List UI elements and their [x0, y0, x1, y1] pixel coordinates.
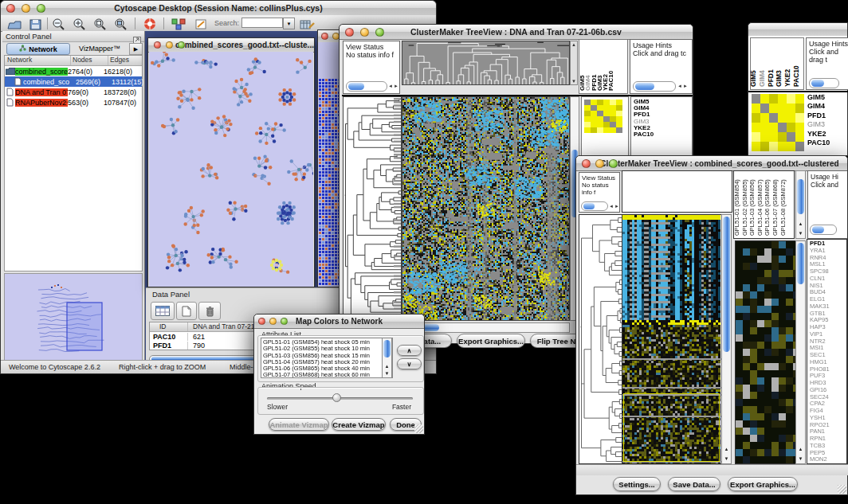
attribute-list-scrollbar[interactable]: ▲ ▼: [382, 338, 392, 378]
zoom-fit-icon[interactable]: [92, 17, 109, 31]
treeview1-titlebar[interactable]: ClusterMaker TreeView : DNA and Tran 07-…: [340, 25, 693, 40]
minimize-button[interactable]: [22, 4, 30, 13]
minimize-button[interactable]: [595, 159, 604, 168]
move-down-button[interactable]: ∨: [397, 358, 422, 369]
id-column-header[interactable]: ID: [150, 322, 188, 331]
tab-vizmapper[interactable]: VizMapper™: [73, 43, 127, 53]
zoom-in-icon[interactable]: [71, 17, 88, 31]
view-status-scrollbar[interactable]: [346, 81, 387, 92]
usage-hints-scrollbar[interactable]: [810, 225, 837, 235]
usage-hints-scrollbar[interactable]: [633, 81, 676, 92]
tv1-heatmap-canvas[interactable]: [402, 96, 570, 321]
column-header-network[interactable]: Network: [5, 56, 71, 65]
gene-label[interactable]: YKE2: [807, 130, 847, 139]
view-status-scrollbar[interactable]: [581, 201, 608, 211]
create-vizmap-button[interactable]: Create Vizmap: [332, 418, 386, 431]
move-up-button[interactable]: ∧: [397, 345, 422, 356]
attribute-editor-icon[interactable]: [297, 17, 316, 31]
close-button[interactable]: [321, 33, 328, 40]
scroll-down-icon[interactable]: ▼: [722, 456, 731, 462]
network-view-titlebar[interactable]: combined_scores_good.txt--cluste...: [148, 38, 314, 53]
tv1-col-dendrogram-canvas[interactable]: [402, 41, 570, 85]
resize-grip[interactable]: [838, 485, 846, 494]
new-attribute-button[interactable]: [176, 302, 197, 320]
save-data-button[interactable]: Save Data...: [668, 477, 720, 491]
scroll-left-icon[interactable]: ◄: [677, 84, 682, 88]
scroll-up-icon[interactable]: ▲: [383, 364, 391, 369]
gene-label[interactable]: GIM4: [807, 102, 847, 111]
help-lifebuoy-icon[interactable]: [140, 17, 159, 31]
close-button[interactable]: [345, 28, 354, 37]
scroll-up-icon[interactable]: ▲: [796, 447, 805, 452]
scroll-up-icon[interactable]: ▲: [722, 447, 731, 452]
treeview2-titlebar[interactable]: ClusterMaker TreeView : combined_scores_…: [576, 156, 847, 171]
close-button[interactable]: [582, 159, 591, 168]
open-file-button[interactable]: [6, 17, 23, 31]
scroll-down-icon[interactable]: ▼: [796, 231, 805, 236]
zoom-selected-icon[interactable]: [112, 17, 130, 31]
zoom-button[interactable]: [375, 28, 384, 37]
column-header-nodes[interactable]: Nodes: [71, 56, 108, 65]
scroll-right-icon[interactable]: ►: [614, 204, 619, 209]
gene-label[interactable]: PFD1: [807, 111, 847, 120]
close-button[interactable]: [6, 4, 15, 13]
minimize-button[interactable]: [166, 41, 173, 49]
scroll-up-icon[interactable]: ▲: [571, 42, 576, 47]
gene-label[interactable]: MON2: [810, 456, 846, 463]
export-graphics-button[interactable]: Export Graphics...: [457, 334, 525, 348]
tab-overflow-button[interactable]: ▶: [129, 43, 143, 55]
scroll-up-icon[interactable]: ▲: [796, 221, 805, 227]
speed-slider-thumb[interactable]: [332, 393, 341, 402]
scroll-down-icon[interactable]: ▼: [571, 79, 576, 84]
attribute-row[interactable]: GPL51-07 (GSM868) heat shock 60 min: [263, 372, 392, 378]
dialog-titlebar[interactable]: Map Colors to Network: [254, 315, 424, 329]
scroll-down-icon[interactable]: ▼: [796, 456, 805, 462]
resize-grip[interactable]: [414, 424, 423, 433]
scroll-right-icon[interactable]: ►: [394, 84, 398, 88]
export-graphics-button[interactable]: Export Graphics...: [728, 477, 798, 491]
zoom-button[interactable]: [37, 4, 45, 13]
settings-button[interactable]: Settings...: [613, 477, 661, 491]
close-button[interactable]: [258, 318, 265, 325]
table-view-button[interactable]: [151, 302, 175, 320]
column-header-edges[interactable]: Edges: [108, 56, 142, 65]
tv2-col-dendrogram-area[interactable]: [622, 170, 732, 213]
mini-treeview-titlebar[interactable]: [748, 23, 847, 37]
annotation-icon[interactable]: [192, 17, 210, 31]
scroll-left-icon[interactable]: ◄: [609, 204, 614, 209]
tv2-zoom-v-scrollbar[interactable]: ▲ ▼: [795, 240, 806, 464]
tv1-row-dendrogram-canvas[interactable]: [343, 96, 402, 321]
minimize-button[interactable]: [360, 28, 369, 37]
network-list-row[interactable]: combined_scores2764(0)16218(0): [5, 66, 142, 76]
scroll-down-icon[interactable]: ▼: [383, 371, 391, 377]
network-list-row[interactable]: RNAPuberNov2+I563(0)107847(0): [5, 97, 142, 107]
search-input[interactable]: [241, 18, 283, 28]
tv1-heatmap-h-scrollbar[interactable]: [402, 322, 570, 333]
close-button[interactable]: [154, 41, 161, 49]
gene-label[interactable]: GIM5: [807, 93, 847, 102]
mini-similarity-matrix-canvas[interactable]: [752, 94, 804, 151]
gene-label[interactable]: GIM3: [807, 120, 847, 129]
tv1-similarity-matrix-canvas[interactable]: [584, 100, 622, 133]
minimize-button[interactable]: [269, 318, 277, 325]
zoom-button[interactable]: [609, 159, 618, 168]
tv1-col-scroll-strip[interactable]: ▲ ▼: [570, 41, 578, 85]
save-button[interactable]: [26, 17, 44, 31]
animate-vizmap-button[interactable]: Animate Vizmap: [269, 418, 329, 431]
tab-network[interactable]: Network: [6, 43, 70, 55]
birdseye-canvas[interactable]: [4, 273, 143, 362]
zoom-out-icon[interactable]: [50, 17, 68, 31]
scroll-right-icon[interactable]: ►: [683, 84, 688, 88]
usage-hints-scrollbar[interactable]: [809, 78, 839, 88]
tv2-row-dendrogram-canvas[interactable]: [579, 214, 622, 464]
tv2-col-labels-scrollbar[interactable]: ▲ ▼: [795, 170, 806, 239]
search-dropdown-button[interactable]: ▼: [283, 18, 295, 29]
gene-label[interactable]: PAC10: [634, 131, 689, 138]
plugin-manager-icon[interactable]: [170, 17, 187, 31]
delete-attribute-button[interactable]: [198, 302, 221, 320]
network-view-canvas[interactable]: [149, 52, 313, 287]
tv2-heatmap-canvas[interactable]: [622, 214, 722, 464]
main-titlebar[interactable]: Cytoscape Desktop (Session Name: collins…: [1, 1, 436, 16]
tv2-heatmap-v-scrollbar[interactable]: ▲ ▼: [721, 214, 732, 464]
zoom-button[interactable]: [281, 318, 288, 325]
